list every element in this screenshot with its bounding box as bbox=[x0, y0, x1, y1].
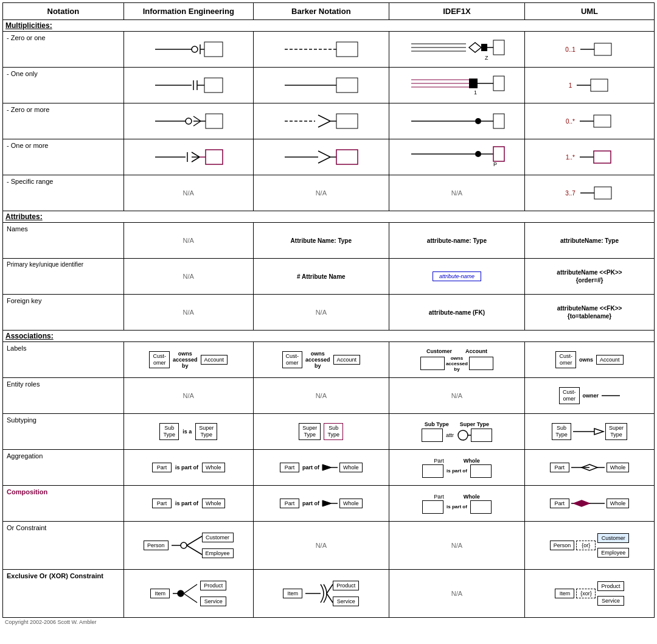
ie-one-only-svg bbox=[152, 73, 225, 97]
idef-subtype-boxes: attr bbox=[422, 429, 492, 442]
page: Notation Information Engineering Barker … bbox=[0, 0, 657, 629]
uml-agg-whole-box: Whole bbox=[607, 463, 630, 472]
ie-zero-or-more-svg bbox=[152, 109, 225, 133]
ie-xor-constraint-content: Item Product Service bbox=[128, 572, 249, 615]
ie-entity-roles: N/A bbox=[123, 378, 253, 414]
svg-text:Z: Z bbox=[485, 55, 488, 61]
barker-specific-range-na: N/A bbox=[257, 178, 385, 208]
uml-zero-or-one-line bbox=[577, 40, 614, 58]
idef-comp-part-label: Part bbox=[434, 494, 444, 500]
uml-one-or-more-inner: 1..* bbox=[566, 148, 613, 166]
idef-labels-inner: Customer Account ownsaccessedby bbox=[420, 348, 493, 372]
barker-comp-part-box: Part bbox=[280, 499, 299, 508]
barker-composition-content: Part part of Whole bbox=[257, 488, 385, 519]
svg-rect-50 bbox=[594, 115, 611, 127]
barker-comp-whole-box: Whole bbox=[339, 499, 363, 508]
label-zero-or-one: - Zero or one bbox=[3, 32, 124, 68]
idef-comp-boxes: is part of bbox=[422, 500, 492, 514]
idef-one-or-more: P bbox=[389, 139, 524, 175]
row-primary-key: Primary key/unique identifier N/A # Attr… bbox=[3, 259, 655, 295]
label-xor-constraint: Exclusive Or (XOR) Constraint bbox=[3, 570, 124, 618]
svg-line-93 bbox=[184, 584, 197, 593]
svg-marker-85 bbox=[574, 500, 589, 506]
uml-zero-or-one: 0..1 bbox=[525, 32, 655, 68]
label-zero-or-more: - Zero or more bbox=[3, 103, 124, 139]
svg-rect-44 bbox=[336, 114, 358, 128]
barker-primary-key-content: # Attribute Name bbox=[257, 261, 385, 292]
barker-agg-part-box: Part bbox=[280, 463, 299, 472]
uml-agg-diamond bbox=[571, 461, 605, 474]
uml-subtype-box: SubType bbox=[552, 423, 571, 440]
barker-one-only-svg bbox=[282, 73, 361, 97]
idef-aggregation: Part Whole is part of bbox=[389, 450, 524, 486]
idef-account-label: Account bbox=[465, 348, 487, 354]
ie-primary-key-na: N/A bbox=[128, 261, 249, 292]
ie-one-or-more-content bbox=[128, 142, 249, 172]
label-or-constraint: Or Constraint bbox=[3, 522, 124, 570]
svg-rect-69 bbox=[594, 151, 611, 163]
idef-zero-or-more-content bbox=[393, 106, 521, 136]
barker-aggregation: Part part of Whole bbox=[253, 450, 389, 486]
uml-zero-or-one-inner: 0..1 bbox=[565, 40, 614, 58]
ie-account-box: Account bbox=[201, 355, 228, 365]
uml-account-box: Account bbox=[596, 355, 624, 365]
uml-foreign-key-content: attributeName <<FK>> {to=tablename} bbox=[529, 297, 650, 327]
idef-agg-is-part: is part of bbox=[447, 468, 467, 474]
barker-xor-boxes: Product Service bbox=[333, 581, 359, 606]
ie-labels: Cust-omer ownsaccessedby Account bbox=[123, 342, 253, 378]
barker-specific-range: N/A bbox=[253, 175, 389, 211]
ie-zero-or-one bbox=[123, 32, 253, 68]
barker-foreign-key-na: N/A bbox=[257, 297, 385, 327]
ie-agg-whole-box: Whole bbox=[202, 463, 225, 472]
ie-xor-constraint: Item Product Service bbox=[123, 570, 253, 618]
idef-xor-na-text: N/A bbox=[451, 590, 462, 597]
barker-foreign-key-na-text: N/A bbox=[316, 309, 327, 316]
idef-pk-box: attribute-name bbox=[433, 271, 481, 281]
uml-one-or-more-content: 1..* bbox=[529, 142, 650, 172]
uml-or-customer-box: Customer bbox=[597, 533, 629, 543]
idef-zero-or-one-content: Z bbox=[393, 34, 521, 65]
barker-entity-roles-na-text: N/A bbox=[316, 392, 327, 399]
ie-specific-range-na: N/A bbox=[128, 178, 249, 208]
svg-point-1 bbox=[192, 46, 198, 52]
svg-point-73 bbox=[458, 430, 468, 440]
barker-xor-svg bbox=[302, 575, 333, 612]
uml-mult-1: 1 bbox=[569, 82, 572, 89]
barker-supertype-box: SuperType bbox=[299, 423, 321, 440]
uml-comp-diamond bbox=[571, 497, 605, 509]
barker-labels-inner: Cust-omer ownsaccessedby Account bbox=[282, 351, 361, 369]
ie-comp-whole-box: Whole bbox=[202, 499, 225, 508]
ie-composition-content: Part is part of Whole bbox=[128, 488, 249, 519]
ie-names-na-text: N/A bbox=[183, 237, 194, 244]
section-associations: Associations: bbox=[3, 331, 655, 342]
ie-composition-inner: Part is part of Whole bbox=[152, 499, 225, 508]
svg-rect-62 bbox=[336, 150, 358, 164]
svg-rect-71 bbox=[594, 187, 611, 199]
uml-xor-product-box: Product bbox=[597, 581, 624, 591]
row-one-only: - One only bbox=[3, 68, 655, 103]
idef-entity-roles: N/A bbox=[389, 378, 524, 414]
uml-fk2: {to=tablename} bbox=[568, 313, 612, 320]
barker-account-box: Account bbox=[333, 355, 361, 365]
svg-rect-4 bbox=[204, 42, 223, 57]
idef-agg-boxes: is part of bbox=[422, 464, 492, 478]
uml-specific-range-line bbox=[577, 184, 614, 202]
ie-entity-roles-na: N/A bbox=[128, 380, 249, 411]
barker-zero-or-one-content bbox=[257, 34, 385, 65]
svg-line-89 bbox=[187, 536, 202, 545]
label-labels: Labels bbox=[3, 342, 124, 378]
barker-or-na-text: N/A bbox=[316, 542, 327, 549]
section-multiplicities: Multiplicities: bbox=[3, 20, 655, 32]
ie-entity-roles-na-text: N/A bbox=[183, 392, 194, 399]
uml-composition-inner: Part Whole bbox=[550, 497, 630, 509]
ie-owns-label: ownsaccessedby bbox=[173, 351, 198, 369]
barker-composition-inner: Part part of Whole bbox=[280, 497, 363, 509]
barker-one-or-more bbox=[253, 139, 389, 175]
label-one-or-more: - One or more bbox=[3, 139, 124, 175]
uml-aggregation-content: Part Whole bbox=[529, 452, 650, 483]
idef-labels-boxes: ownsaccessedby bbox=[420, 355, 493, 372]
idef-one-only: 1 bbox=[389, 68, 524, 103]
uml-labels-inner: Cust-omer owns Account bbox=[555, 351, 623, 368]
uml-comp-part-box: Part bbox=[550, 499, 569, 508]
uml-labels-content: Cust-omer owns Account bbox=[529, 345, 650, 375]
